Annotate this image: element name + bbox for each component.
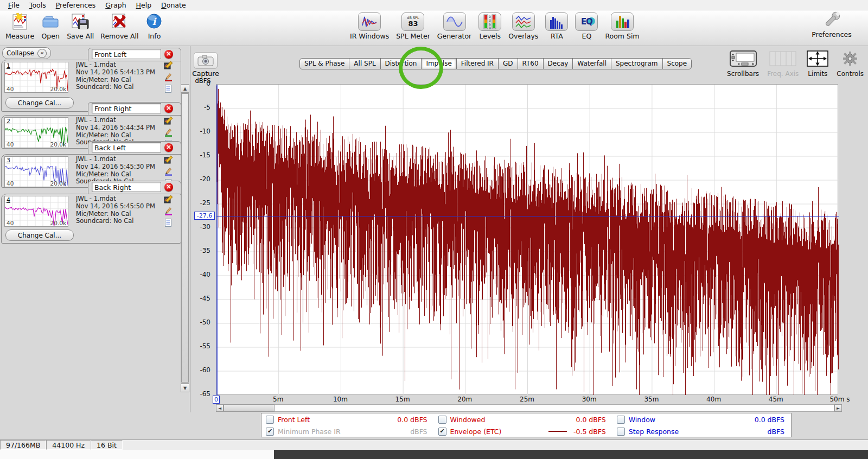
measurement-name-input[interactable]: Back Left xyxy=(92,142,161,152)
menu-donate[interactable]: Donate xyxy=(156,1,190,10)
measurement-thumbnail[interactable]: 34020.0k xyxy=(4,156,68,187)
toolbar-button-remove-all[interactable]: Remove All xyxy=(100,12,138,44)
pencil-action-button[interactable] xyxy=(164,127,174,137)
y-tick--50: -50 xyxy=(189,318,214,327)
toolbar-button-measure[interactable]: Measure xyxy=(5,12,34,44)
menu-tools[interactable]: Tools xyxy=(24,1,51,10)
mic-cal-status: Mic/Meter: No Cal xyxy=(76,211,162,218)
legend-checkbox[interactable]: ✔ xyxy=(266,428,274,436)
remove-measurement-button[interactable]: × xyxy=(164,104,173,113)
pencil-action-button[interactable] xyxy=(164,72,174,82)
toolbar-button-info[interactable]: iInfo xyxy=(145,12,163,44)
menu-file[interactable]: File xyxy=(3,1,24,10)
toolbar-button-room-sim[interactable]: Room Sim xyxy=(605,12,639,44)
overlays-icon xyxy=(514,14,533,30)
pencil-action-button[interactable] xyxy=(164,167,174,176)
graph-button-limits[interactable]: Limits xyxy=(807,50,828,75)
menu-graph[interactable]: Graph xyxy=(100,1,131,10)
toolbar-button-eq[interactable]: EQEQ xyxy=(575,12,598,44)
remove-measurement-button[interactable]: × xyxy=(164,50,173,59)
toolbar-label: Save All xyxy=(67,32,94,40)
legend-value: 0.0 dBFS xyxy=(397,416,433,424)
tab-rt60[interactable]: RT60 xyxy=(518,58,544,69)
pencil-action-button[interactable] xyxy=(164,206,174,216)
legend-checkbox[interactable]: ✔ xyxy=(438,428,446,436)
toolbar-button-preferences[interactable]: Preferences xyxy=(812,10,852,44)
eq-icon-text: EQ xyxy=(581,17,592,27)
hscroll-right-button[interactable]: ► xyxy=(834,404,842,412)
hscroll-left-button[interactable]: ◄ xyxy=(216,404,224,412)
freq-axis-icon xyxy=(769,50,797,67)
tab-filtered-ir[interactable]: Filtered IR xyxy=(456,58,499,69)
remove-measurement-button[interactable]: × xyxy=(164,143,173,152)
measurement-thumbnail[interactable]: 14020.0k xyxy=(4,62,68,93)
toolbar-button-spl-meter[interactable]: dB SPL83SPL Meter xyxy=(396,12,430,44)
legend-checkbox[interactable] xyxy=(266,416,274,424)
saveall-icon-wrap xyxy=(70,12,91,31)
edit-action-button[interactable] xyxy=(164,195,174,205)
tab-waterfall[interactable]: Waterfall xyxy=(572,58,611,69)
tab-all-spl[interactable]: All SPL xyxy=(349,58,380,69)
menu-preferences[interactable]: Preferences xyxy=(51,1,101,10)
tab-spl-phase[interactable]: SPL & Phase xyxy=(299,58,349,69)
toolbar-center-group: IR WindowsdB SPL83SPL MeterGenerator0369… xyxy=(350,12,632,44)
edit-action-button[interactable] xyxy=(164,61,174,71)
ir-windows-icon xyxy=(360,14,379,30)
scrollbars-icon-wrap xyxy=(730,50,757,69)
graph-button-label: Limits xyxy=(808,70,827,78)
toolbar-button-open[interactable]: Open xyxy=(41,12,60,44)
menu-help[interactable]: Help xyxy=(131,1,157,10)
edit-action-button[interactable] xyxy=(164,155,174,165)
irwin-icon-wrap xyxy=(358,12,381,31)
hscroll-thumb[interactable] xyxy=(224,404,275,412)
change-cal-button[interactable]: Change Cal... xyxy=(5,229,74,241)
edit-action-button[interactable] xyxy=(164,116,174,126)
measurement-name-input[interactable]: Front Right xyxy=(92,103,161,113)
toolbar-button-levels[interactable]: 0369Levels xyxy=(478,12,501,44)
impulse-plot-area[interactable] xyxy=(216,84,838,394)
measurement-thumbnail[interactable]: 24020.0k xyxy=(4,117,68,148)
generator-icon xyxy=(443,12,466,31)
toolbar-label: Info xyxy=(148,32,161,40)
info-icon-wrap: i xyxy=(145,12,163,31)
legend-checkbox[interactable] xyxy=(617,416,625,424)
remove-measurement-button[interactable]: × xyxy=(164,183,173,192)
overlays-icon-wrap xyxy=(512,12,535,31)
change-cal-button[interactable]: Change Cal... xyxy=(5,97,74,109)
collapse-button[interactable]: Collapse« xyxy=(2,47,51,59)
measurement-name-input[interactable]: Front Left xyxy=(92,49,161,59)
measurement-name-input[interactable]: Back Right xyxy=(92,182,161,192)
sidebar-scroll-down-button[interactable]: ▼ xyxy=(181,384,189,392)
toolbar-button-rta[interactable]: RTA xyxy=(545,12,568,44)
measurement-thumbnail[interactable]: 44020.0k xyxy=(4,196,68,227)
y-tick--15: -15 xyxy=(189,151,214,160)
y-tick-0: 0 xyxy=(189,80,214,88)
y-tick--25: -25 xyxy=(189,199,214,207)
thumb-freq-high: 20.0k xyxy=(50,141,66,148)
capture-button[interactable] xyxy=(194,52,218,69)
graph-tab-bar: SPL & PhaseAll SPLDistortionImpulseFilte… xyxy=(299,58,692,69)
hscroll-track[interactable] xyxy=(224,404,834,412)
tab-gd[interactable]: GD xyxy=(498,58,518,69)
toolbar-button-ir-windows[interactable]: IR Windows xyxy=(350,12,389,44)
sidebar-scroll-up-button[interactable]: ▲ xyxy=(181,84,189,93)
toolbar-button-save-all[interactable]: Save All xyxy=(67,12,94,44)
notes-action-button[interactable] xyxy=(164,218,174,228)
tab-distortion[interactable]: Distortion xyxy=(380,58,422,69)
tab-decay[interactable]: Decay xyxy=(543,58,573,69)
toolbar-button-overlays[interactable]: Overlays xyxy=(508,12,538,44)
sidebar-scrollbar-thumb[interactable] xyxy=(181,93,189,382)
toolbar-label: Preferences xyxy=(812,30,852,39)
spl-meter-icon: dB SPL83 xyxy=(401,12,424,31)
tab-scope[interactable]: Scope xyxy=(662,58,692,69)
toolbar-button-generator[interactable]: Generator xyxy=(437,12,471,44)
graph-button-controls[interactable]: Controls xyxy=(837,50,864,75)
legend-row-1: Front Left0.0 dBFSWindowed0.0 dBFSWindow… xyxy=(261,413,791,425)
graph-button-scrollbars[interactable]: Scrollbars xyxy=(727,50,759,75)
tab-spectrogram[interactable]: Spectrogram xyxy=(611,58,663,69)
tab-impulse[interactable]: Impulse xyxy=(421,58,456,69)
measurement-date: Nov 14, 2016 5:45:50 PM xyxy=(76,203,162,211)
legend-checkbox[interactable] xyxy=(617,428,625,436)
legend-checkbox[interactable] xyxy=(438,416,446,424)
notes-action-button[interactable] xyxy=(164,84,174,94)
